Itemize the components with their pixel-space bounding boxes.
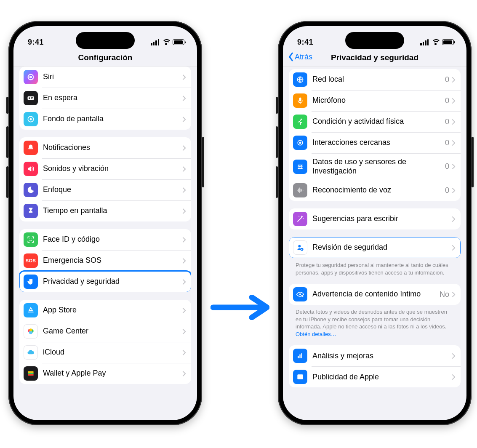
- settings-row[interactable]: Datos de uso y sensores de Investigación…: [289, 153, 461, 180]
- row-detail: No: [440, 290, 449, 299]
- chevron-right-icon: [452, 77, 456, 83]
- svg-point-9: [29, 239, 30, 240]
- settings-group: Red local0Micrófono0Condición y activida…: [289, 69, 461, 201]
- svg-point-7: [30, 118, 32, 120]
- battery-icon: [173, 39, 184, 45]
- row-detail: 0: [445, 75, 449, 84]
- row-label: Revisión de seguridad: [312, 241, 452, 254]
- status-time: 9:41: [28, 38, 44, 47]
- settings-group: SiriEn esperaFondo de pantalla: [19, 67, 191, 130]
- hand-icon: [24, 275, 38, 289]
- settings-row[interactable]: Revisión de seguridad: [289, 237, 461, 258]
- standby-icon: [24, 91, 38, 105]
- settings-row[interactable]: Condición y actividad física0: [289, 111, 461, 132]
- settings-row[interactable]: Notificaciones: [19, 137, 191, 158]
- sos-icon: SOS: [24, 253, 38, 268]
- screen-settings: 9:41 Configuración SiriEn esperaFondo de…: [13, 26, 197, 420]
- settings-row[interactable]: Tiempo en pantalla: [19, 200, 191, 221]
- settings-group: Sugerencias para escribir: [289, 208, 461, 229]
- chevron-right-icon: [452, 245, 456, 251]
- chevron-right-icon: [182, 116, 186, 123]
- chevron-right-icon: [182, 145, 186, 151]
- row-label: Sonidos y vibración: [43, 163, 182, 175]
- row-detail: 0: [445, 139, 449, 147]
- settings-row[interactable]: Sugerencias para escribir: [289, 208, 461, 229]
- settings-row[interactable]: Red local0: [289, 69, 461, 90]
- svg-rect-28: [298, 356, 299, 358]
- settings-row[interactable]: SOSEmergencia SOS: [19, 250, 191, 271]
- settings-row[interactable]: Siri: [19, 67, 191, 88]
- svg-rect-30: [301, 354, 303, 359]
- settings-row[interactable]: Wallet y Apple Pay: [19, 363, 191, 384]
- row-label: Wallet y Apple Pay: [43, 367, 182, 380]
- fitness-icon: [293, 115, 307, 129]
- settings-row[interactable]: iCloud: [19, 342, 191, 363]
- row-label: App Store: [43, 304, 182, 317]
- wifi-icon: [431, 39, 440, 45]
- settings-row[interactable]: Sonidos y vibración: [19, 158, 191, 179]
- chevron-right-icon: [182, 208, 186, 214]
- faceid-icon: [24, 232, 38, 247]
- svg-point-23: [299, 142, 301, 144]
- page-title: Privacidad y seguridad: [288, 53, 461, 62]
- settings-row[interactable]: Interacciones cercanas0: [289, 132, 461, 153]
- settings-row[interactable]: Análisis y mejoras: [289, 345, 461, 366]
- row-label: Siri: [43, 71, 182, 83]
- svg-point-15: [29, 328, 32, 331]
- icloud-icon: [24, 345, 38, 360]
- back-button[interactable]: Atrás: [288, 52, 312, 61]
- row-detail: 0: [445, 96, 449, 105]
- chevron-right-icon: [182, 328, 186, 335]
- row-label: Game Center: [43, 325, 182, 338]
- settings-row[interactable]: Enfoque: [19, 179, 191, 200]
- row-label: Sugerencias para escribir: [312, 213, 452, 225]
- settings-row[interactable]: Privacidad y seguridad: [19, 271, 191, 292]
- wifi-icon: [162, 39, 170, 45]
- settings-row[interactable]: Publicidad de Apple: [289, 366, 461, 387]
- phone-right: 9:41 Atrás Privacidad y seguridad Red lo…: [278, 21, 472, 425]
- settings-list[interactable]: SiriEn esperaFondo de pantallaNotificaci…: [13, 67, 197, 420]
- row-label: Condición y actividad física: [312, 115, 445, 128]
- row-label: Red local: [312, 73, 445, 86]
- settings-row[interactable]: Advertencia de contenido íntimoNo: [289, 284, 461, 305]
- chevron-right-icon: [452, 187, 456, 194]
- svg-point-10: [32, 239, 32, 240]
- settings-group: App StoreGame CenteriCloudWallet y Apple…: [19, 300, 191, 384]
- svg-rect-2: [28, 96, 34, 100]
- settings-row[interactable]: Fondo de pantalla: [19, 109, 191, 130]
- chevron-right-icon: [182, 166, 186, 172]
- voice-icon: [293, 183, 307, 197]
- chevron-right-icon: [182, 95, 186, 101]
- globe-icon: [293, 72, 307, 87]
- settings-row[interactable]: Game Center: [19, 321, 191, 342]
- settings-row[interactable]: App Store: [19, 300, 191, 321]
- svg-point-27: [299, 293, 301, 295]
- row-label: iCloud: [43, 346, 182, 359]
- footer-link[interactable]: Obtén detalles…: [296, 331, 336, 337]
- row-label: Tiempo en pantalla: [43, 205, 182, 217]
- group-footer: Detecta fotos y videos de desnudos antes…: [289, 305, 461, 338]
- status-time: 9:41: [297, 38, 313, 47]
- nav-bar: Atrás Privacidad y seguridad: [283, 51, 466, 67]
- chevron-right-icon: [182, 307, 186, 314]
- svg-rect-5: [31, 99, 32, 99]
- wallet-icon: [24, 366, 38, 381]
- privacy-list[interactable]: Red local0Micrófono0Condición y activida…: [283, 67, 466, 420]
- settings-row[interactable]: Face ID y código: [19, 229, 191, 250]
- row-label: Face ID y código: [43, 233, 182, 246]
- row-label: Micrófono: [312, 94, 445, 107]
- chevron-right-icon: [182, 279, 186, 285]
- dynamic-island: [76, 32, 135, 49]
- settings-row[interactable]: Reconocimiento de voz0: [289, 180, 461, 201]
- screen-privacy: 9:41 Atrás Privacidad y seguridad Red lo…: [283, 26, 466, 420]
- row-label: Publicidad de Apple: [312, 371, 452, 384]
- cellular-icon: [420, 39, 429, 45]
- chevron-right-icon: [182, 371, 186, 377]
- chevron-right-icon: [182, 237, 186, 243]
- settings-group: Revisión de seguridad: [289, 237, 461, 258]
- settings-row[interactable]: En espera: [19, 88, 191, 109]
- safetycheck-icon: [293, 240, 307, 255]
- settings-row[interactable]: Micrófono0: [289, 90, 461, 111]
- chevron-right-icon: [182, 349, 186, 356]
- row-label: En espera: [43, 92, 182, 104]
